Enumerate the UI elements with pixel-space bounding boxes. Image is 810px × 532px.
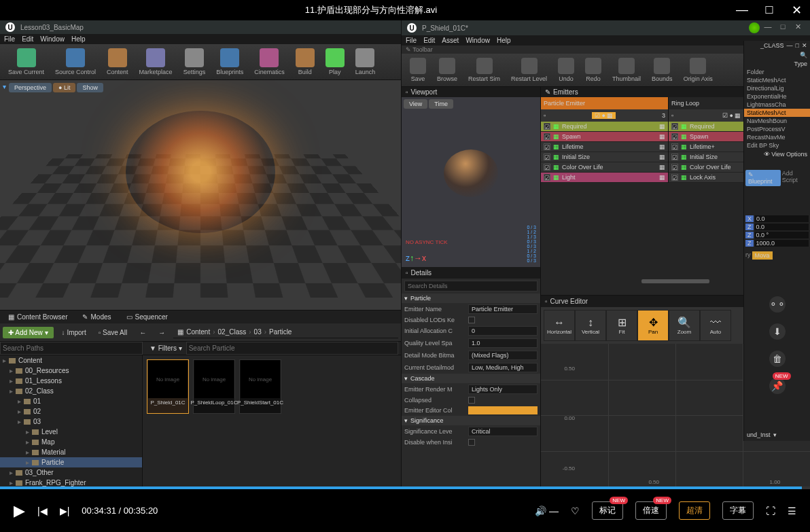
add-script-label[interactable]: Add Script [782,170,809,186]
cascade-origin-axis-button[interactable]: Origin Axis [681,56,716,84]
outliner-item[interactable]: LightmassCha [744,101,810,109]
coord-row[interactable]: Z0.0 ° [744,231,810,239]
strip-min-icon[interactable]: — [787,42,793,49]
cascade-redo-button[interactable]: Redo [582,56,604,84]
detail-row[interactable]: Disabled LODs Ke [402,315,540,325]
cascade-menu-window[interactable]: Window [465,37,490,44]
cascade-menu-help[interactable]: Help [497,37,511,44]
asset-item[interactable]: No imageP_Shield_01C [147,359,189,414]
curve-tool-horizontal[interactable]: ↔Horizontal [544,310,575,341]
next-button[interactable]: ▶| [60,506,70,516]
minimize-button[interactable]: — [735,3,749,18]
mova-button[interactable]: Mova [752,251,773,260]
modes-tab[interactable]: ✎ Modes [78,312,115,322]
outliner-item[interactable]: RecastNavMe [744,133,810,141]
blueprint-button[interactable]: ✎ Blueprint [745,170,781,186]
module-row[interactable]: ☑▦Light▦ [541,173,668,183]
curve-tool-zoom[interactable]: 🔍Zoom [669,310,700,341]
tree-item[interactable]: ▸02_Class [0,386,142,396]
pin-icon[interactable]: 📌NEW [769,378,786,394]
module-row[interactable]: ☑▦Required▦ [541,122,668,132]
outliner-item[interactable]: Edit BP Sky [744,141,810,149]
coord-row[interactable]: Z0.0 [744,223,810,231]
search-paths-input[interactable] [0,342,143,355]
module-row[interactable]: ☑▦Initial Size▦ [541,152,668,162]
tree-item[interactable]: ▸Content [0,355,142,366]
marketplace-button[interactable]: Marketplace [137,47,175,77]
perspective-button[interactable]: Perspective [9,83,52,92]
strip-close-icon[interactable]: ✕ [802,42,807,49]
emitter-column[interactable]: Particle Emitter▫☑ ● ▦3☑▦Required▦☑▦Spaw… [541,97,669,183]
main-editor-tab[interactable]: U Lesson03_BasicMap [0,20,401,34]
cascade-tab[interactable]: U P_Shield_01C* — □ ✕ [402,20,810,35]
play-button[interactable]: ▶ [14,502,25,520]
detail-row[interactable]: Collapsed [402,395,540,405]
build-button[interactable]: Build [293,47,317,77]
strip-search[interactable]: 🔍 [744,50,810,60]
prev-button[interactable]: |◀ [37,506,48,516]
source-control-button[interactable]: Source Control [52,47,99,77]
strip-max-icon[interactable]: □ [796,42,799,49]
settings-button[interactable]: Settings [181,47,209,77]
cascade-browse-button[interactable]: Browse [434,56,460,84]
detail-row[interactable]: Current DetailmodLow, Medium, High [402,361,540,374]
maximize-button[interactable]: □ [762,3,776,18]
detail-row[interactable]: Emitter NameParticle Emitter [402,303,540,315]
coord-row[interactable]: Z1000.0 [744,239,810,247]
detail-row[interactable]: Emitter Render MLights Only [402,383,540,395]
tree-item[interactable]: ▸00_Resources [0,366,142,376]
crumb-particle[interactable]: Particle [269,328,292,336]
tree-item[interactable]: ▸Level [0,427,142,437]
cascade-menu-file[interactable]: File [406,37,417,44]
menu-window[interactable]: Window [40,35,65,43]
back-button[interactable]: ← [135,327,150,338]
cascade-restart-sim-button[interactable]: Restart Sim [465,56,503,84]
fwd-button[interactable]: → [154,327,169,338]
outliner-item[interactable]: StaticMeshAct [744,109,810,117]
curve-tool-fit[interactable]: ⊞Fit [606,310,637,341]
menu-help[interactable]: Help [71,35,86,43]
fullscreen-button[interactable]: ⛶ [766,506,775,516]
inst-dropdown-icon[interactable]: ▾ [773,431,777,438]
detail-row[interactable]: Initial Allocation C0 [402,325,540,337]
favorite-button[interactable]: ♡ [571,506,580,516]
detail-row[interactable]: Disable when Insi [402,438,540,447]
sequencer-tab[interactable]: ▭ Sequencer [122,312,172,322]
delete-icon[interactable]: 🗑 [769,351,786,367]
category-header[interactable]: ▾ Significance [402,416,540,425]
cascade-bounds-button[interactable]: Bounds [649,56,675,84]
outliner-item[interactable]: PostProcessV [744,125,810,133]
asset-item[interactable]: No imageP_ShieldLoop_01C [193,359,235,414]
dropdown-icon[interactable]: ▾ [3,83,6,92]
module-row[interactable]: ☑▦Spawn▦ [541,132,668,142]
outliner-item[interactable]: StaticMeshAct [744,76,810,84]
search-assets-input[interactable] [186,342,398,355]
coord-row[interactable]: X0.0 [744,215,810,223]
cascade-menu-asset[interactable]: Asset [442,37,459,44]
tree-item[interactable]: ▸Particle [0,457,142,467]
tree-item[interactable]: ▸02 [0,406,142,416]
menu-edit[interactable]: Edit [22,35,33,43]
view-button[interactable]: View [404,99,427,109]
outliner-item[interactable]: DirectionalLig [744,84,810,92]
cascade-thumbnail-button[interactable]: Thumbnail [610,56,644,84]
play-button[interactable]: Play [323,47,347,77]
module-row[interactable]: ☑▦Color Over Life▦ [541,162,668,173]
tree-item[interactable]: ▸Material [0,447,142,457]
detail-row[interactable]: Detail Mode Bitma(Mixed Flags) [402,349,540,361]
quality-button[interactable]: 超清 [679,501,710,520]
content-browser-tab[interactable]: ▦ Content Browser [4,312,71,322]
cascade-close-button[interactable]: ✕ [791,22,805,33]
show-button[interactable]: Show [77,83,103,92]
curve-tool-vertical[interactable]: ↕Vertical [575,310,606,341]
detail-row[interactable]: Significance LeveCritical [402,425,540,438]
cascade-menu-edit[interactable]: Edit [423,37,435,44]
cascade-save-button[interactable]: Save [407,56,429,84]
crumb-class[interactable]: 02_Class [218,328,247,336]
category-header[interactable]: ▾ Cascade [402,374,540,383]
category-header[interactable]: ▾ Particle [402,294,540,303]
speed-button[interactable]: 倍速NEW [635,501,667,520]
outliner-item[interactable]: ExponentialHe [744,92,810,101]
tree-item[interactable]: ▸03_Other [0,467,142,478]
cascade-undo-button[interactable]: Undo [555,56,577,84]
